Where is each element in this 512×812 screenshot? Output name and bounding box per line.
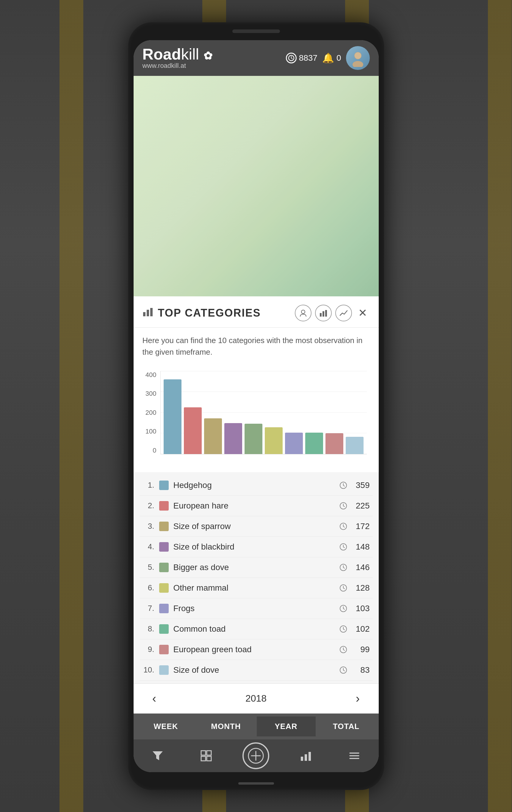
- count-icon: [339, 666, 347, 674]
- profile-action-button[interactable]: [295, 305, 311, 321]
- close-button[interactable]: ✕: [356, 306, 370, 320]
- y-label-400: 400: [146, 371, 156, 379]
- legend-count: 359: [352, 481, 370, 490]
- legend-item-8[interactable]: 8. Common toad 102: [140, 619, 373, 639]
- user-avatar[interactable]: [346, 46, 370, 70]
- legend-count: 146: [352, 563, 370, 572]
- chart-icon: [143, 306, 153, 320]
- chart-bar-7[interactable]: [285, 433, 303, 454]
- y-label-100: 100: [146, 428, 156, 435]
- legend-name: Common toad: [174, 624, 335, 634]
- count-icon: [339, 584, 347, 592]
- svg-line-2: [291, 58, 293, 59]
- y-label-300: 300: [146, 390, 156, 398]
- chart-bar-1[interactable]: [163, 379, 181, 454]
- trend-action-button[interactable]: [335, 305, 352, 321]
- phone-frame: Roadkill ✿ www.roadkill.at: [128, 22, 384, 790]
- legend-count: 102: [352, 624, 370, 634]
- current-year: 2018: [245, 693, 267, 704]
- svg-rect-44: [201, 751, 206, 755]
- period-btn-week[interactable]: WEEK: [137, 717, 195, 736]
- phone-screen: Roadkill ✿ www.roadkill.at: [133, 40, 379, 772]
- legend-item-5[interactable]: 5. Bigger as dove 146: [140, 557, 373, 578]
- description: Here you can find the 10 categories with…: [133, 327, 379, 365]
- chart-bar-8[interactable]: [305, 433, 323, 454]
- count-icon: [339, 543, 347, 551]
- chart-bar-9[interactable]: [326, 433, 343, 454]
- app-url: www.roadkill.at: [143, 62, 280, 69]
- menu-button[interactable]: [342, 745, 366, 766]
- header-actions: ✕: [295, 305, 370, 321]
- count-icon: [339, 482, 347, 489]
- svg-marker-43: [153, 751, 163, 760]
- svg-rect-47: [207, 756, 211, 761]
- legend-name: Size of blackbird: [174, 542, 335, 552]
- filter-button[interactable]: [146, 745, 170, 766]
- chart-container: 400 300 200 100 0: [143, 371, 370, 466]
- stats-action-button[interactable]: [315, 305, 332, 321]
- svg-rect-52: [305, 754, 307, 761]
- count-icon: [339, 605, 347, 612]
- legend-count: 99: [352, 645, 370, 654]
- y-label-0: 0: [153, 446, 156, 454]
- prev-year-button[interactable]: ‹: [146, 690, 163, 707]
- legend-item-1[interactable]: 1. Hedgehog 359: [140, 475, 373, 496]
- chart-bar-5[interactable]: [245, 424, 262, 454]
- svg-point-9: [301, 310, 305, 314]
- svg-line-21: [343, 526, 344, 527]
- legend-item-7[interactable]: 7. Frogs 103: [140, 598, 373, 619]
- grid-button[interactable]: [194, 745, 218, 766]
- legend-item-6[interactable]: 6. Other mammal 128: [140, 578, 373, 598]
- chart-bar-3[interactable]: [204, 418, 222, 454]
- legend-name: European hare: [174, 501, 335, 511]
- count-icon: [339, 625, 347, 633]
- legend-count: 225: [352, 501, 370, 511]
- screen-content: Roadkill ✿ www.roadkill.at: [133, 40, 379, 772]
- notification-badge[interactable]: 🔔 0: [322, 52, 341, 64]
- y-label-200: 200: [146, 409, 156, 416]
- add-button[interactable]: [242, 743, 269, 769]
- svg-line-36: [343, 629, 344, 630]
- chart-bar-6[interactable]: [265, 427, 282, 454]
- legend-name: Other mammal: [174, 583, 335, 593]
- svg-rect-46: [201, 756, 206, 761]
- svg-rect-7: [147, 310, 149, 316]
- legend-num: 4.: [143, 542, 154, 551]
- period-buttons: WEEKMONTHYEARTOTAL: [133, 714, 379, 740]
- legend-num: 7.: [143, 604, 154, 613]
- period-btn-year[interactable]: YEAR: [257, 717, 315, 736]
- legend-item-2[interactable]: 2. European hare 225: [140, 496, 373, 516]
- chart-section: 400 300 200 100 0: [133, 365, 379, 472]
- legend-color-swatch: [159, 604, 169, 613]
- chart-bar-10[interactable]: [346, 437, 364, 454]
- chart-bar-4[interactable]: [224, 423, 242, 454]
- legend-count: 172: [352, 522, 370, 531]
- legend-count: 148: [352, 542, 370, 552]
- legend-item-3[interactable]: 3. Size of sparrow 172: [140, 516, 373, 537]
- legend-count: 128: [352, 583, 370, 593]
- legend-count: 103: [352, 604, 370, 613]
- period-btn-total[interactable]: TOTAL: [317, 717, 376, 736]
- period-btn-month[interactable]: MONTH: [197, 717, 255, 736]
- legend-num: 8.: [143, 624, 154, 634]
- chart-bars-area: [160, 371, 367, 454]
- chart-bar-2[interactable]: [184, 407, 202, 454]
- legend-num: 10.: [143, 665, 154, 674]
- svg-point-5: [355, 52, 361, 59]
- score-value: 8837: [299, 53, 318, 63]
- legend-item-9[interactable]: 9. European green toad 99: [140, 639, 373, 660]
- svg-line-33: [343, 608, 344, 609]
- bottom-navigation: [133, 740, 379, 772]
- score-badge: 8837: [286, 53, 318, 63]
- legend-item-4[interactable]: 4. Size of blackbird 148: [140, 537, 373, 557]
- next-year-button[interactable]: ›: [349, 690, 367, 707]
- bars-container: [161, 371, 367, 454]
- legend-num: 9.: [143, 645, 154, 654]
- stats-button[interactable]: [294, 745, 318, 766]
- legend-num: 2.: [143, 501, 154, 510]
- legend-item-10[interactable]: 10. Size of dove 83: [140, 660, 373, 680]
- top-bar-actions: 8837 🔔 0: [286, 46, 370, 70]
- modal-title: TOP CATEGORIES: [158, 307, 290, 319]
- legend-color-swatch: [159, 542, 169, 552]
- notification-count: 0: [336, 53, 341, 63]
